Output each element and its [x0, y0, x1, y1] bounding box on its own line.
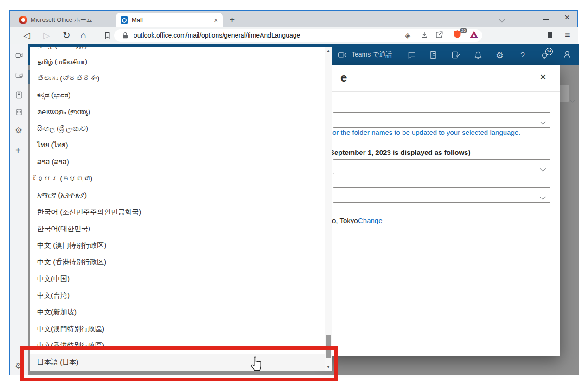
- timezone-change-link[interactable]: Change: [358, 217, 383, 224]
- back-button[interactable]: ◁: [23, 31, 30, 40]
- help-icon[interactable]: ?: [520, 51, 525, 60]
- notebook-icon[interactable]: [428, 51, 438, 60]
- lock-icon: [122, 32, 128, 39]
- list-item[interactable]: සිංහල (ශ්‍රී ලංකාව): [30, 120, 325, 137]
- chat-icon[interactable]: [407, 51, 416, 60]
- download-icon[interactable]: [420, 31, 428, 39]
- language-dropdown-list: தமிழ் (சிங்கப்பூர்) தமிழ் (மலேசியா) తెలు…: [30, 47, 332, 371]
- tab-mail[interactable]: Mail ×: [116, 13, 223, 27]
- list-item[interactable]: 中文(台湾): [30, 287, 325, 304]
- share-icon[interactable]: [435, 31, 443, 39]
- annotation-highlight-box: [20, 346, 338, 381]
- whats-new-badge: 14: [545, 48, 553, 55]
- account-person-icon[interactable]: [562, 50, 572, 59]
- list-item[interactable]: മലയാളം (ഇന്ത്യ): [30, 103, 325, 120]
- tab-office-home[interactable]: Microsoft Office ホーム: [15, 13, 115, 27]
- list-item[interactable]: 中文(中国): [30, 270, 325, 287]
- sidebar-toggle-icon[interactable]: [548, 32, 556, 38]
- dialog-divider: [326, 91, 560, 92]
- maximize-button[interactable]: [543, 14, 549, 20]
- outlook-logo-icon: [121, 16, 128, 24]
- date-format-label: September 1, 2023 is displayed as follow…: [330, 148, 470, 156]
- language-hint-text: or the folder names to be updated to you…: [332, 128, 520, 136]
- list-scrollbar-track[interactable]: [325, 47, 332, 371]
- bookmarks-icon[interactable]: [15, 91, 23, 99]
- tab-title: Mail: [132, 17, 210, 24]
- url-text[interactable]: outlook.office.com/mail/options/general/…: [134, 29, 300, 42]
- scroll-up-icon[interactable]: ▲: [325, 47, 332, 55]
- date-format-select[interactable]: [333, 159, 550, 174]
- home-button[interactable]: ⌂: [80, 30, 86, 40]
- bookmark-icon[interactable]: [103, 32, 111, 39]
- list-item[interactable]: ខ្មែរ (កម្ពុជា): [30, 170, 325, 187]
- shield-badge: 26: [460, 28, 467, 33]
- list-item[interactable]: 中文(澳門特別行政區): [30, 320, 325, 337]
- reading-list-icon[interactable]: [15, 109, 23, 117]
- list-item[interactable]: 中文 (澳门特别行政区): [30, 237, 325, 254]
- outlook-nav-highlight: [28, 70, 30, 84]
- dialog-close-icon[interactable]: ×: [540, 70, 546, 83]
- bell-icon[interactable]: [473, 51, 483, 60]
- time-format-select[interactable]: [333, 187, 550, 203]
- date-format-chevron-icon[interactable]: [541, 164, 545, 173]
- timezone-text-partial: o, Tokyo: [332, 217, 358, 224]
- list-item[interactable]: ไทย (ไทย): [30, 137, 325, 154]
- teams-call-label[interactable]: Teams で通話: [352, 44, 392, 65]
- tab-title: Microsoft Office ホーム: [31, 16, 92, 24]
- settings-gear-icon[interactable]: ⚙: [496, 51, 504, 60]
- list-item[interactable]: 中文(新加坡): [30, 304, 325, 320]
- minimize-button[interactable]: [521, 19, 527, 19]
- list-item[interactable]: አማርኛ (ኢትዮጵያ): [30, 187, 325, 204]
- sidebar-add-icon[interactable]: +: [15, 145, 21, 156]
- toolbar-separator: [448, 31, 448, 38]
- language-select-chevron-icon[interactable]: [541, 117, 545, 126]
- sidebar-settings-gear-icon[interactable]: ⚙: [15, 125, 22, 135]
- list-item-partial[interactable]: தமிழ் (சிங்கப்பூர்): [30, 47, 325, 53]
- list-item[interactable]: 한국어(대한민국): [30, 220, 325, 237]
- list-item[interactable]: తెలుగు (భారతదేశం): [30, 70, 325, 87]
- new-tab-button[interactable]: +: [230, 15, 235, 25]
- brave-talk-camera-icon[interactable]: [15, 51, 23, 59]
- list-item[interactable]: தமிழ் (மலேசியா): [30, 53, 325, 70]
- list-item[interactable]: ಕನ್ನಡ (ಭಾರತ): [30, 87, 325, 103]
- office-logo-icon: [19, 16, 27, 24]
- list-item[interactable]: 中文 (香港特别行政区): [30, 254, 325, 270]
- reload-button[interactable]: ↻: [63, 31, 70, 40]
- settings-dialog: [326, 65, 560, 356]
- window-close-button[interactable]: ×: [564, 13, 570, 22]
- video-call-icon[interactable]: [337, 50, 347, 59]
- language-select[interactable]: [333, 112, 550, 128]
- hand-cursor: [249, 352, 264, 372]
- behind-dialog-chevron-icon: [571, 96, 574, 104]
- tab-close-icon[interactable]: ×: [214, 16, 218, 24]
- tab-search-chevron-icon[interactable]: [500, 15, 504, 24]
- menu-icon[interactable]: ≡: [565, 30, 570, 40]
- dialog-title-partial: e: [340, 70, 347, 85]
- list-item[interactable]: 한국어 (조선민주주의인민공화국): [30, 204, 325, 220]
- extensions-icon[interactable]: ◈: [405, 31, 410, 40]
- todo-icon[interactable]: [451, 51, 460, 60]
- forward-button[interactable]: ▷: [43, 31, 50, 40]
- screenshot-stage: Microsoft Office ホーム Mail × + × ◁ ▷ ↻ ⌂ …: [0, 0, 588, 384]
- wallet-icon[interactable]: [15, 71, 23, 79]
- list-item[interactable]: ລາວ (ລາວ): [30, 154, 325, 170]
- time-format-chevron-icon[interactable]: [541, 192, 545, 201]
